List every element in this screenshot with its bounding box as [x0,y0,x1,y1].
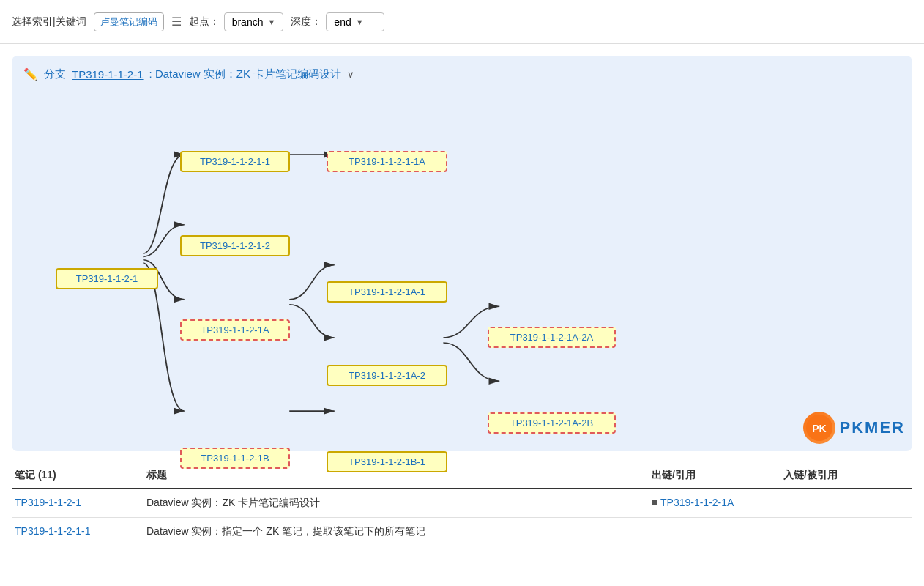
row2-title: Dataview 实例：指定一个 ZK 笔记，提取该笔记下的所有笔记 [144,525,649,538]
node-tp319-1-1-2-1a[interactable]: TP319-1-1-2-1A [180,319,290,341]
node-tp319-1-1-2-1a-2[interactable]: TP319-1-1-2-1A-2 [327,365,447,386]
toolbar-label: 选择索引|关键词 [12,15,86,29]
node-tp319-1-1-2-1-1a[interactable]: TP319-1-1-2-1-1A [327,151,447,172]
start-label: 起点： [189,15,220,29]
start-field: 起点： branch ▼ [189,12,284,31]
pkmer-brand-text: PKMER [840,418,905,437]
col-out-links: 出链/引用 [649,469,780,482]
branch-prefix: 分支 [44,67,66,81]
col-note-id: 笔记 (11) [12,469,144,482]
node-link: TP319-1-1-2-1-1 [200,156,270,167]
row2-note-id: TP319-1-1-2-1-1 [12,525,144,537]
node-link: TP319-1-1-2-1-2 [200,240,270,251]
graph-header: ✏️ 分支 TP319-1-1-2-1 : Dataview 实例：ZK 卡片笔… [23,67,901,81]
node-link: TP319-1-1-2-1 [76,273,138,284]
depth-chevron-icon: ▼ [356,18,364,26]
node-link: TP319-1-1-2-1A-2 [349,370,425,381]
table-row: TP319-1-1-2-1-1 Dataview 实例：指定一个 ZK 笔记，提… [12,518,912,546]
node-tp319-1-1-2-1-2[interactable]: TP319-1-1-2-1-2 [180,235,290,256]
out-link-item: TP319-1-1-2-1A [652,497,778,508]
node-tp319-1-1-2-1[interactable]: TP319-1-1-2-1 [56,268,158,289]
row2-note-link[interactable]: TP319-1-1-2-1-1 [15,525,91,537]
node-tp319-1-1-2-1-1[interactable]: TP319-1-1-2-1-1 [180,151,290,172]
node-link: TP319-1-1-2-1A-2B [510,418,593,429]
depth-select[interactable]: end ▼ [326,12,384,31]
node-link: TP319-1-1-2-1B [201,453,269,464]
row1-out-links: TP319-1-1-2-1A [649,497,780,508]
table-header: 笔记 (11) 标题 出链/引用 入链/被引用 [12,463,912,489]
list-icon[interactable]: ☰ [171,15,182,29]
node-tp319-1-1-2-1a-2b[interactable]: TP319-1-1-2-1A-2B [488,412,616,434]
row1-title: Dataview 实例：ZK 卡片笔记编码设计 [144,497,649,510]
row1-note-link[interactable]: TP319-1-1-2-1 [15,497,81,508]
out-links-list: TP319-1-1-2-1A [652,497,778,508]
start-select[interactable]: branch ▼ [224,12,284,31]
row1-note-id: TP319-1-1-2-1 [12,497,144,508]
depth-label: 深度： [291,15,321,29]
node-tp319-1-1-2-1b[interactable]: TP319-1-1-2-1B [180,448,290,469]
start-chevron-icon: ▼ [267,18,275,26]
node-link: TP319-1-1-2-1-1A [349,156,425,167]
pkmer-watermark: PK PKMER [803,412,905,444]
svg-text:PK: PK [812,423,826,434]
toolbar: 选择索引|关键词 卢曼笔记编码 ☰ 起点： branch ▼ 深度： end ▼ [0,0,924,44]
branch-link[interactable]: TP319-1-1-2-1 [72,68,144,81]
graph-arrows [12,56,912,451]
start-value: branch [232,16,264,28]
tag-text: 卢曼笔记编码 [100,15,157,29]
node-tp319-1-1-2-1b-1[interactable]: TP319-1-1-2-1B-1 [327,451,447,472]
depth-value: end [334,16,351,28]
graph-section: ✏️ 分支 TP319-1-1-2-1 : Dataview 实例：ZK 卡片笔… [12,56,912,451]
node-link: TP319-1-1-2-1A-2A [510,332,593,343]
header-separator: : Dataview 实例：ZK 卡片笔记编码设计 [149,67,342,81]
pencil-icon: ✏️ [23,67,38,81]
header-chevron-icon[interactable]: ∨ [347,69,354,80]
pkmer-circle-icon: PK [803,412,835,444]
node-link: TP319-1-1-2-1A [201,324,269,335]
bullet-icon [652,500,657,505]
out-link[interactable]: TP319-1-1-2-1A [660,497,734,508]
tag-button[interactable]: 卢曼笔记编码 [94,12,164,31]
node-link: TP319-1-1-2-1A-1 [349,286,425,297]
table-row: TP319-1-1-2-1 Dataview 实例：ZK 卡片笔记编码设计 TP… [12,489,912,518]
table-section: 笔记 (11) 标题 出链/引用 入链/被引用 TP319-1-1-2-1 Da… [12,463,912,546]
node-tp319-1-1-2-1a-1[interactable]: TP319-1-1-2-1A-1 [327,281,447,303]
node-tp319-1-1-2-1a-2a[interactable]: TP319-1-1-2-1A-2A [488,327,616,348]
node-link: TP319-1-1-2-1B-1 [349,456,425,467]
depth-field: 深度： end ▼ [291,12,384,31]
col-in-links: 入链/被引用 [780,469,912,482]
